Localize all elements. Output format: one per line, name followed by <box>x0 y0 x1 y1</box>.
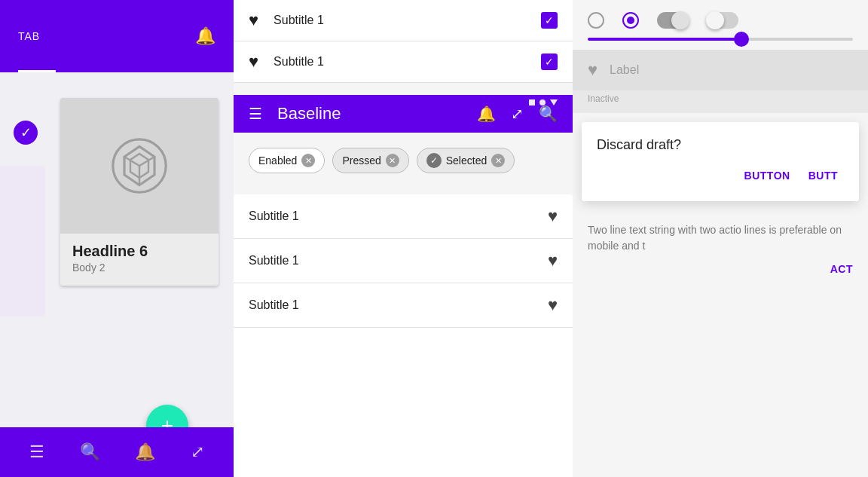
list-item-1[interactable]: ♥ Subtitle 1 ✓ <box>234 0 573 41</box>
card-headline: Headline 6 <box>72 243 206 260</box>
left-panel: TAB 🔔 Headline 6 Body 2 + ☰ 🔍 <box>0 0 234 477</box>
chip-enabled[interactable]: Enabled ✕ <box>249 148 325 173</box>
tab-bell-icon[interactable]: 🔔 <box>195 26 215 46</box>
bottom-list: Subtitle 1 ♥ Subtitle 1 ♥ Subtitle 1 ♥ <box>234 194 573 477</box>
chip-enabled-close[interactable]: ✕ <box>301 154 315 167</box>
status-bar-icons <box>529 99 558 105</box>
bottom-list-item-1[interactable]: Subtitle 1 ♥ <box>234 194 573 239</box>
tab-indicator <box>18 70 56 72</box>
slider-track <box>588 38 853 41</box>
list-heart-icon-2: ♥ <box>249 52 258 72</box>
toggle-on-thumb <box>671 11 689 29</box>
nav-bell-icon[interactable]: 🔔 <box>135 442 155 462</box>
inactive-status: Inactive <box>588 93 619 104</box>
card-content: Headline 6 Body 2 <box>60 234 219 286</box>
card: Headline 6 Body 2 <box>60 98 219 286</box>
tab-bar: TAB 🔔 <box>0 0 234 72</box>
status-circle-icon <box>539 99 546 105</box>
app-bar: ☰ Baseline 🔔 ⤢ 🔍 <box>234 95 573 133</box>
chip-pressed-close[interactable]: ✕ <box>386 154 399 167</box>
bottom-list-item-3[interactable]: Subtitle 1 ♥ <box>234 283 573 328</box>
card-body: Body 2 <box>72 261 206 274</box>
radio-unselected[interactable] <box>588 12 604 29</box>
toggle-on[interactable] <box>657 12 689 29</box>
toggle-off-thumb <box>706 11 724 29</box>
bottom-heart-icon-2[interactable]: ♥ <box>548 251 558 271</box>
nav-search-icon[interactable]: 🔍 <box>80 442 100 462</box>
appbar-share-icon[interactable]: ⤢ <box>511 105 524 123</box>
checkbox-1[interactable]: ✓ <box>541 12 558 29</box>
toggle-off[interactable] <box>707 12 738 29</box>
chip-pressed-label: Pressed <box>342 154 381 167</box>
middle-panel: ♥ Subtitle 1 ✓ ♥ Subtitle 1 ✓ ☰ Baseline… <box>234 0 573 477</box>
chip-selected[interactable]: ✓ Selected ✕ <box>417 148 515 173</box>
list-text-1: Subtitle 1 <box>274 14 541 27</box>
appbar-search-icon[interactable]: 🔍 <box>539 105 558 123</box>
slider-thumb[interactable] <box>734 32 749 47</box>
app-bar-action-icons: 🔔 ⤢ 🔍 <box>477 105 558 123</box>
tab-label: TAB <box>18 30 40 42</box>
chip-pressed[interactable]: Pressed ✕ <box>332 148 408 173</box>
list-heart-icon-1: ♥ <box>249 11 258 30</box>
dialog-title: Discard draft? <box>597 137 844 153</box>
chip-enabled-label: Enabled <box>258 154 297 167</box>
checkbox-left[interactable] <box>14 121 38 145</box>
nav-menu-icon[interactable]: ☰ <box>29 442 44 462</box>
dialog-button-2[interactable]: BUTT <box>802 165 844 186</box>
chip-selected-close[interactable]: ✕ <box>491 154 505 167</box>
card-image <box>60 98 219 234</box>
dialog-actions: BUTTON BUTT <box>597 165 844 186</box>
controls-row <box>573 0 868 35</box>
bottom-heart-icon-3[interactable]: ♥ <box>548 295 558 315</box>
inactive-heart-icon: ♥ <box>588 60 598 80</box>
inactive-list-item: ♥ Label <box>573 50 868 90</box>
dialog-button-1[interactable]: BUTTON <box>738 165 796 186</box>
action-row: ACT <box>573 260 868 278</box>
app-bar-title: Baseline <box>277 104 477 124</box>
material-logo-icon <box>109 136 170 196</box>
appbar-bell-icon[interactable]: 🔔 <box>477 105 496 123</box>
checkbox-2[interactable]: ✓ <box>541 54 558 70</box>
nav-share-icon[interactable]: ⤢ <box>191 442 204 462</box>
bottom-list-text-2: Subtitle 1 <box>249 254 548 268</box>
bottom-list-item-2[interactable]: Subtitle 1 ♥ <box>234 239 573 283</box>
inactive-label: Label <box>610 63 853 77</box>
chip-selected-check: ✓ <box>426 153 442 168</box>
slider-row[interactable] <box>573 35 868 50</box>
chips-section: Enabled ✕ Pressed ✕ ✓ Selected ✕ <box>234 133 573 188</box>
bottom-nav: ☰ 🔍 🔔 ⤢ <box>0 427 234 477</box>
right-panel: ♥ Label Inactive Discard draft? BUTTON B… <box>573 0 868 477</box>
radio-selected-dot <box>627 17 634 24</box>
hamburger-icon[interactable]: ☰ <box>249 105 262 123</box>
status-square-icon <box>529 99 535 105</box>
status-triangle-icon <box>550 99 558 105</box>
dialog: Discard draft? BUTTON BUTT <box>582 122 859 201</box>
action-button[interactable]: ACT <box>830 263 853 275</box>
bottom-list-text-3: Subtitle 1 <box>249 298 548 312</box>
bottom-list-text-1: Subtitle 1 <box>249 209 548 223</box>
two-line-text: Two line text string with two actio line… <box>573 210 868 260</box>
purple-card-accent <box>0 166 45 316</box>
list-text-2: Subtitle 1 <box>274 55 541 69</box>
chip-selected-label: Selected <box>446 154 487 167</box>
list-item-2[interactable]: ♥ Subtitle 1 ✓ <box>234 41 573 83</box>
bottom-heart-icon-1[interactable]: ♥ <box>548 206 558 226</box>
radio-selected[interactable] <box>622 12 639 29</box>
list-section: ♥ Subtitle 1 ✓ ♥ Subtitle 1 ✓ <box>234 0 573 83</box>
